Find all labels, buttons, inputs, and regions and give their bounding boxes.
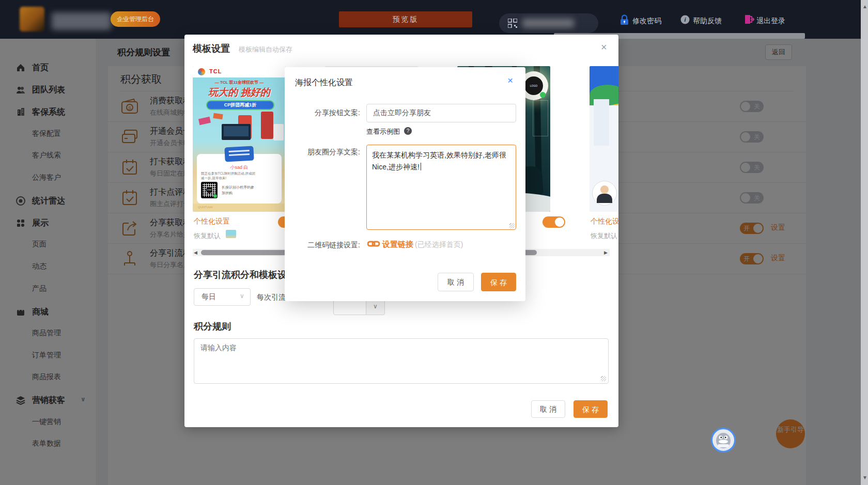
chevron-down-icon: ∨ <box>240 292 244 300</box>
info-icon: i <box>680 15 690 26</box>
help-feedback-link[interactable]: 帮助反馈 <box>693 15 722 26</box>
share-button-label: 分享按钮文案: <box>285 108 360 118</box>
resize-handle[interactable] <box>601 376 606 381</box>
rules-textarea[interactable] <box>194 338 609 384</box>
poster-line1: 我正在参加TCL限时拼购活动,拼成团 <box>201 171 255 176</box>
poster-qr-hint2: 加拼购 <box>222 191 233 196</box>
save-button[interactable]: 保 存 <box>574 400 608 418</box>
qr-logo-text: LOGO <box>206 187 212 193</box>
rules-title: 积分规则 <box>194 320 231 333</box>
brand-logo-icon <box>198 68 205 75</box>
scroll-up-icon[interactable]: ▲ <box>862 4 867 9</box>
poster-line2: 减一折,就等你来! <box>201 176 226 181</box>
text-caret <box>421 163 421 170</box>
restore-thumbnail <box>226 230 236 238</box>
cancel-button[interactable]: 取 消 <box>531 400 565 418</box>
save-button[interactable]: 保 存 <box>481 273 516 291</box>
moments-copy-label: 朋友圈分享文案: <box>285 148 360 157</box>
restore-default-link[interactable]: 恢复默认 <box>591 231 617 241</box>
svg-text:?: ? <box>407 128 410 134</box>
lock-icon <box>619 14 629 27</box>
logo <box>20 7 44 32</box>
username-blurred <box>522 19 574 28</box>
personalize-label: 个性化设置 <box>194 217 230 226</box>
frequency-select[interactable]: 每日 ∨ <box>194 288 251 306</box>
qr-logo-text: LOGO <box>524 76 543 95</box>
poster-nickname: 小sad 白 <box>197 164 282 171</box>
cancel-button[interactable]: 取 消 <box>438 273 474 291</box>
close-icon[interactable]: × <box>601 42 607 52</box>
logout-icon <box>744 14 754 27</box>
poster-qr-hint1: 长按识别小程序码参 <box>222 185 254 190</box>
moments-copy-text: 我在某某机构学习英语,效果特别好,老师很Nice,进步神速! <box>372 151 506 171</box>
change-password-link[interactable]: 修改密码 <box>632 15 661 26</box>
poster-city[interactable] <box>590 66 618 212</box>
brand-text: TCL <box>209 68 222 74</box>
personalize-label: 个性化设置 <box>591 217 618 226</box>
poster-tcl[interactable]: TCL — TCL 双11全球狂欢节 — 玩大的 挑好的 CP拼团再减1折 小s… <box>193 66 286 212</box>
set-link-button[interactable]: 设置链接 <box>382 240 413 249</box>
poster-pill: CP拼团再减1折 <box>206 100 274 110</box>
resize-handle[interactable] <box>509 223 515 228</box>
qr-code-icon <box>508 19 517 30</box>
link-icon <box>367 239 380 251</box>
logo-text-blurred <box>52 12 111 30</box>
poster-watermark: QUNTUIAI <box>198 206 213 209</box>
view-example-link[interactable]: 查看示例图 <box>366 127 400 136</box>
avatar <box>592 181 617 206</box>
dialog-title: 海报个性化设置 <box>295 77 353 88</box>
poster-headline: 玩大的 挑好的 <box>193 86 286 99</box>
preview-version-banner: 预览版 <box>339 11 472 27</box>
modal-title: 模板设置 <box>193 42 230 55</box>
qq-service-button[interactable] <box>711 428 736 452</box>
poster-personalization-dialog: 海报个性化设置 × 分享按钮文案: 查看示例图 ? 朋友圈分享文案: 我在某某机… <box>285 67 525 301</box>
enterprise-admin-badge[interactable]: 企业管理后台 <box>111 11 160 27</box>
app-root: 首页 团队列表 客保系统 客保配置 客户线索 公海客户 统计雷达 展示 页面 动… <box>0 0 868 485</box>
poster-badge <box>224 146 254 162</box>
close-icon[interactable]: × <box>507 75 513 85</box>
user-pill[interactable] <box>499 13 598 33</box>
mini-qr-code: LOGO <box>201 182 218 198</box>
vertical-scrollbar[interactable]: ▲ ▼ <box>861 0 868 485</box>
moments-copy-textarea[interactable]: 我在某某机构学习英语,效果特别好,老师很Nice,进步神速! <box>366 145 516 230</box>
restore-default-link[interactable]: 恢复默认 <box>194 231 221 241</box>
qr-link-label: 二维码链接设置: <box>285 241 360 250</box>
personalize-toggle[interactable] <box>542 216 565 228</box>
frequency-value: 每日 <box>202 292 216 302</box>
share-section-title: 分享引流积分和模板设置 <box>194 269 296 281</box>
question-icon: ? <box>404 127 412 137</box>
share-button-input[interactable] <box>366 104 516 122</box>
poster-banner-text: — TCL 双11全球狂欢节 — <box>193 80 286 85</box>
modal-subtitle: 模板编辑自动保存 <box>239 45 292 54</box>
scroll-down-icon[interactable]: ▼ <box>862 475 867 480</box>
qr-link-hint: (已经选择首页) <box>415 240 463 249</box>
logout-link[interactable]: 退出登录 <box>756 15 785 26</box>
